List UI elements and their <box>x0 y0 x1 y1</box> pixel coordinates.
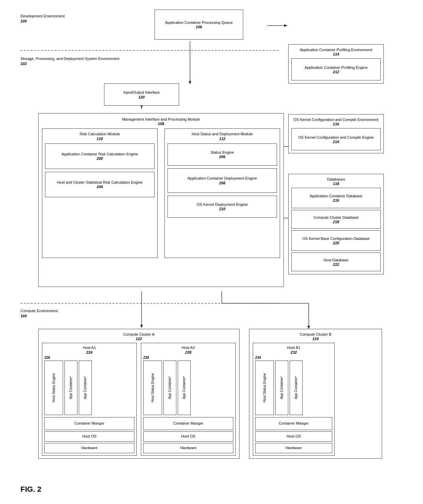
app-container-queue-num: 106 <box>196 25 202 29</box>
host-status-module-num: 112 <box>167 137 277 141</box>
dev-env-label: Development Environment 100 <box>20 14 65 24</box>
profiling-engine-num: 212 <box>333 70 339 74</box>
diagram: Development Environment 100 Application … <box>0 0 423 504</box>
compute-cluster-db-label: Compute Cluster Database <box>313 215 359 220</box>
os-kernel-base-db-label: OS Kernel Base Configuration Database <box>302 236 370 241</box>
host-a1-container1: App Container¹ <box>69 376 73 399</box>
fig-label: FIG. 2 <box>20 485 41 494</box>
app-risk-engine-num: 200 <box>97 156 103 161</box>
host-a1-engine-num: 226 <box>44 356 134 360</box>
mgmt-module-label: Management Interface and Processing Modu… <box>122 117 200 122</box>
mgmt-module-box: Management Interface and Processing Modu… <box>38 113 284 287</box>
status-engine-label: Status Engine <box>210 150 234 155</box>
kernel-config-engine-num: 214 <box>333 140 339 144</box>
host-db-label: Host Database <box>324 258 349 262</box>
host-b1-os: Host OS <box>287 434 301 439</box>
host-a1-container2: App Container² <box>83 376 87 399</box>
host-a1-label: Host A1 <box>44 345 134 350</box>
os-kernel-base-db-num: 220 <box>333 241 339 245</box>
app-container-db-num: 216 <box>333 198 339 202</box>
svg-marker-4 <box>189 81 191 85</box>
storage-env-num: 102 <box>20 61 119 66</box>
cluster-a-num: 122 <box>42 337 236 341</box>
status-engine-num: 206 <box>219 155 225 159</box>
host-b1-container2: App Container² <box>294 376 298 399</box>
profiling-env-label: Application Container Profiling Environm… <box>291 47 381 52</box>
os-kernel-deploy-num: 210 <box>219 207 225 211</box>
dev-env-text: Development Environment <box>20 14 65 19</box>
os-kernel-deploy-label: OS Kernel Deployment Engine <box>197 202 248 207</box>
host-a2-container2: App Container² <box>182 376 186 399</box>
host-cluster-engine-num: 204 <box>97 185 103 189</box>
databases-box: Databases 118 Application Container Data… <box>288 174 384 274</box>
compute-env-text: Compute Environment <box>20 308 58 314</box>
profiling-env-box: Application Container Profiling Environm… <box>288 44 384 83</box>
databases-label: Databases <box>291 177 381 182</box>
host-a1-container-mgr: Container Manger <box>74 421 104 426</box>
kernel-config-engine-label: OS Kernel Configuration and Compile Engi… <box>298 135 374 140</box>
compute-env-label: Compute Environment 104 <box>20 308 58 319</box>
host-a2-num: 228 <box>143 350 233 354</box>
io-interface-box: Input/Output Interface 120 <box>104 83 179 106</box>
host-b1-label: Host B1 <box>255 345 332 350</box>
host-a2-engine-num: 230 <box>143 356 233 360</box>
host-b1-hw: Hardware <box>286 445 302 450</box>
cluster-b-label: Compute Cluster B <box>253 332 378 337</box>
host-a2-container1: App Container¹ <box>168 376 172 399</box>
kernel-config-env-label: OS Kernel Configuration and Compile Envi… <box>291 117 381 122</box>
host-a1-hw: Hardware <box>81 445 98 450</box>
host-a1-os: Host OS <box>82 434 97 439</box>
host-b1-num: 232 <box>255 350 332 354</box>
svg-marker-16 <box>140 325 143 328</box>
storage-env-text: Storage, Processing, and Deployment Syst… <box>20 56 119 61</box>
host-b1-container1: App Container¹ <box>280 376 284 399</box>
cluster-b-num: 124 <box>253 337 378 341</box>
databases-num: 118 <box>291 182 381 186</box>
host-status-module-label: Host Status and Deployment Module <box>167 132 277 136</box>
app-container-queue-label: Application Container Processing Queue <box>165 20 233 25</box>
host-a2-status-engine: Host Status Engine <box>151 373 155 402</box>
risk-calc-label: Risk Calculation Module <box>45 132 155 136</box>
host-db-num: 222 <box>333 262 339 266</box>
host-a1-num: 224 <box>44 350 134 354</box>
app-container-db-label: Application Container Database <box>310 194 363 198</box>
app-container-queue-box: Application Container Processing Queue 1… <box>155 10 243 40</box>
compute-env-num: 104 <box>20 314 58 319</box>
host-a2-os: Host OS <box>181 434 195 439</box>
svg-marker-6 <box>284 24 288 27</box>
host-cluster-engine-label: Host and Cluster Statistical Risk Calcul… <box>57 180 143 185</box>
compute-cluster-db-num: 218 <box>333 220 339 224</box>
host-a2-container-mgr: Container Manger <box>173 421 203 426</box>
host-b1-status-engine: Host Status Engine <box>263 373 267 402</box>
host-a1-status-engine: Host Status Engine <box>52 373 56 402</box>
cluster-b-box: Compute Cluster B 124 Host B1 232 234 Ho… <box>249 329 382 459</box>
profiling-engine-label: Application Container Profiling Engine <box>305 65 368 70</box>
cluster-a-box: Compute Cluster A 122 Host A1 224 226 Ho… <box>38 329 239 459</box>
host-a2-hw: Hardware <box>180 445 196 450</box>
app-deploy-engine-label: Application Container Deployment Engine <box>188 176 257 181</box>
io-interface-num: 120 <box>138 95 145 99</box>
mgmt-module-num: 108 <box>122 122 200 126</box>
host-b1-engine-num: 234 <box>255 356 332 360</box>
profiling-env-num: 114 <box>291 52 381 56</box>
risk-calc-num: 110 <box>45 137 155 141</box>
app-risk-engine-label: Application Container Risk Calculation E… <box>62 152 138 156</box>
io-interface-label: Input/Output Interface <box>123 90 160 95</box>
storage-env-label: Storage, Processing, and Deployment Syst… <box>20 56 119 67</box>
app-deploy-engine-num: 208 <box>219 181 225 185</box>
host-a2-label: Host A2 <box>143 345 233 350</box>
dev-env-num: 100 <box>20 19 65 24</box>
kernel-config-env-box: OS Kernel Configuration and Compile Envi… <box>288 114 384 153</box>
kernel-config-env-num: 116 <box>291 122 381 126</box>
host-b1-container-mgr: Container Manger <box>279 421 309 426</box>
cluster-a-label: Compute Cluster A <box>42 332 236 337</box>
